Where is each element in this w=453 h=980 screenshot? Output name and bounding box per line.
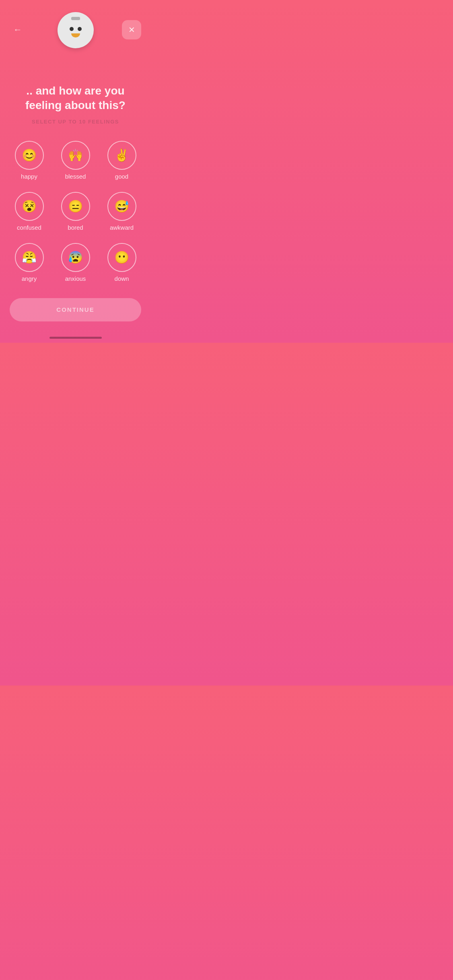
feelings-grid: 😊happy🙌blessed✌️good😵confused😑bored😅awkw…	[0, 141, 151, 282]
feeling-label-confused: confused	[17, 224, 41, 231]
feeling-item-bored[interactable]: 😑bored	[54, 192, 97, 231]
robot-avatar	[58, 12, 94, 48]
home-indicator	[49, 337, 102, 339]
feeling-label-bored: bored	[68, 224, 83, 231]
feeling-label-angry: angry	[22, 275, 37, 282]
robot-eye-left	[70, 27, 74, 31]
feeling-icon-down: 😶	[107, 243, 136, 272]
feeling-label-awkward: awkward	[110, 224, 134, 231]
close-button[interactable]: ✕	[122, 20, 141, 39]
feeling-item-down[interactable]: 😶down	[101, 243, 143, 282]
feeling-label-good: good	[115, 173, 128, 180]
feeling-item-confused[interactable]: 😵confused	[8, 192, 50, 231]
feeling-icon-anxious: 😰	[61, 243, 90, 272]
continue-button[interactable]: CONTINUE	[10, 298, 141, 321]
feeling-icon-angry: 😤	[15, 243, 44, 272]
feeling-label-down: down	[115, 275, 129, 282]
feeling-item-happy[interactable]: 😊happy	[8, 141, 50, 180]
close-icon: ✕	[128, 26, 135, 34]
feeling-icon-blessed: 🙌	[61, 141, 90, 170]
feeling-item-angry[interactable]: 😤angry	[8, 243, 50, 282]
back-icon: ←	[13, 25, 22, 35]
back-button[interactable]: ←	[10, 22, 26, 38]
feeling-item-awkward[interactable]: 😅awkward	[101, 192, 143, 231]
feeling-icon-bored: 😑	[61, 192, 90, 221]
feeling-item-blessed[interactable]: 🙌blessed	[54, 141, 97, 180]
feeling-label-happy: happy	[21, 173, 37, 180]
feeling-label-anxious: anxious	[65, 275, 86, 282]
robot-eye-right	[78, 27, 82, 31]
robot-mouth	[71, 33, 80, 37]
feeling-label-blessed: blessed	[65, 173, 86, 180]
feeling-item-anxious[interactable]: 😰anxious	[54, 243, 97, 282]
robot-antenna	[71, 17, 80, 20]
continue-section: CONTINUE	[0, 290, 151, 334]
page-title: .. and how are you feeling about this?	[12, 84, 139, 113]
feeling-item-good[interactable]: ✌️good	[101, 141, 143, 180]
feeling-icon-good: ✌️	[107, 141, 136, 170]
subtitle: SELECT UP TO 10 FEELINGS	[12, 119, 139, 125]
header: ← ✕	[0, 0, 151, 39]
robot-face	[70, 27, 82, 37]
feeling-icon-confused: 😵	[15, 192, 44, 221]
title-section: .. and how are you feeling about this? S…	[0, 84, 151, 125]
feeling-icon-happy: 😊	[15, 141, 44, 170]
feeling-icon-awkward: 😅	[107, 192, 136, 221]
